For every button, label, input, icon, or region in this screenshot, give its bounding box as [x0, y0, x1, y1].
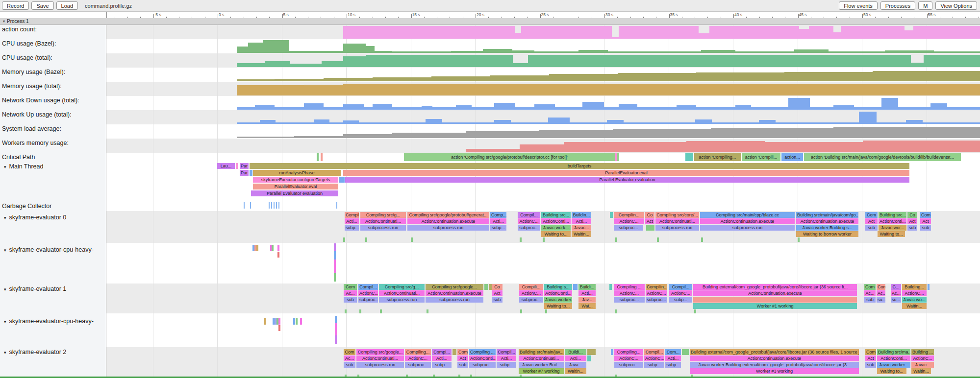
- trace-bar-main-thread[interactable]: runAnalysisPhase: [253, 170, 341, 176]
- trace-bar-skyframe-evaluator-1[interactable]: Com: [864, 284, 876, 290]
- trace-bar[interactable]: [300, 318, 302, 325]
- trace-bar[interactable]: [657, 237, 659, 242]
- trace-bar-skyframe-evaluator-0[interactable]: Act: [645, 218, 654, 224]
- trace-bar-skyframe-evaluator-0[interactable]: sub: [920, 225, 931, 231]
- trace-bar-skyframe-evaluator-2[interactable]: subprocess.run: [356, 362, 404, 368]
- trace-bar-skyframe-evaluator-1[interactable]: C...: [891, 284, 901, 290]
- trace-bar-skyframe-evaluator-1[interactable]: ActionContinuati...: [379, 290, 425, 296]
- trace-bar-main-thread[interactable]: Parallel Evaluator evaluation: [345, 177, 909, 183]
- trace-bar-skyframe-evaluator-1[interactable]: Jav...: [578, 297, 596, 303]
- trace-bar-skyframe-evaluator-0[interactable]: Javac wor...: [879, 225, 906, 231]
- record-button[interactable]: Record: [2, 1, 29, 10]
- trace-bar-skyframe-evaluator-1[interactable]: Compil...: [669, 284, 692, 290]
- trace-bar-skyframe-evaluator-0[interactable]: subprocess.run: [700, 225, 795, 231]
- trace-bar[interactable]: [928, 284, 930, 290]
- trace-bar[interactable]: [701, 237, 703, 242]
- trace-bar-skyframe-evaluator-2[interactable]: Acti...: [432, 355, 452, 361]
- trace-bar-skyframe-evaluator-1[interactable]: ActionC...: [614, 290, 645, 296]
- trace-bar-skyframe-evaluator-2[interactable]: Compiling...: [405, 349, 431, 355]
- trace-bar-skyframe-evaluator-1[interactable]: ActionConti...: [544, 290, 572, 296]
- trace-bar[interactable]: [334, 260, 336, 273]
- trace-bar-skyframe-evaluator-0[interactable]: ActionC...: [518, 218, 540, 224]
- gc-event-tick[interactable]: [274, 202, 275, 209]
- trace-bar-skyframe-evaluator-0[interactable]: Com: [920, 212, 931, 218]
- trace-bar-skyframe-evaluator-1[interactable]: subp...: [669, 297, 692, 303]
- trace-bar-skyframe-evaluator-1[interactable]: ActionC...: [358, 290, 378, 296]
- trace-bar-skyframe-evaluator-2[interactable]: Com: [865, 349, 876, 355]
- trace-bar[interactable]: [343, 237, 345, 242]
- trace-bar-skyframe-evaluator-0[interactable]: Act: [920, 218, 931, 224]
- trace-bar[interactable]: [609, 284, 612, 290]
- trace-bar-skyframe-evaluator-2[interactable]: Ac...: [344, 355, 355, 361]
- trace-bar-main-thread[interactable]: skyframeExecutor.configureTargets: [253, 177, 338, 183]
- trace-bar[interactable]: [693, 297, 857, 303]
- trace-bar-skyframe-evaluator-1[interactable]: Ac...: [344, 290, 357, 296]
- trace-bar-main-thread[interactable]: Parallel Evaluator evaluation: [251, 190, 338, 196]
- trace-bar-skyframe-evaluator-0[interactable]: ActionConti...: [541, 218, 571, 224]
- gc-event-tick[interactable]: [244, 202, 245, 209]
- trace-bar[interactable]: [646, 225, 654, 231]
- trace-bar-skyframe-evaluator-2[interactable]: Compiling ...: [469, 349, 496, 355]
- trace-bar-skyframe-evaluator-0[interactable]: sub: [907, 225, 917, 231]
- trace-bar-skyframe-evaluator-2[interactable]: Javac worker...: [877, 362, 910, 368]
- trace-bar[interactable]: [484, 284, 488, 290]
- trace-bar[interactable]: [317, 153, 319, 161]
- trace-bar-skyframe-evaluator-1[interactable]: Compiling ...: [614, 284, 645, 290]
- sidebar-item-skyframe-evaluator-1[interactable]: ▾skyframe-evaluator 1: [4, 285, 66, 292]
- trace-bar-skyframe-evaluator-1[interactable]: Compilin...: [646, 284, 667, 290]
- trace-bar-skyframe-evaluator-0[interactable]: Acti...: [572, 218, 591, 224]
- gc-event-tick[interactable]: [278, 202, 279, 209]
- trace-bar[interactable]: [545, 309, 547, 313]
- trace-bar[interactable]: [256, 245, 258, 251]
- trace-bar-skyframe-evaluator-0[interactable]: Building src/main/java/com/go...: [796, 212, 858, 218]
- trace-bar-skyframe-evaluator-2[interactable]: subp...: [665, 362, 681, 368]
- trace-bar[interactable]: [278, 325, 280, 331]
- trace-bar-critical-path[interactable]: action 'Compiling src/google/protobuf/de…: [404, 153, 615, 161]
- trace-bar-skyframe-evaluator-0[interactable]: Acti...: [490, 218, 506, 224]
- trace-bar-skyframe-evaluator-1[interactable]: subproc...: [646, 297, 667, 303]
- trace-bar[interactable]: [321, 153, 323, 161]
- trace-bar[interactable]: [427, 309, 428, 313]
- trace-bar-skyframe-evaluator-1[interactable]: ActionC...: [902, 290, 927, 296]
- trace-bar-skyframe-evaluator-1[interactable]: ActionC...: [669, 290, 692, 296]
- flow-events-button[interactable]: Flow events: [839, 1, 878, 10]
- trace-bar-skyframe-evaluator-1[interactable]: Acti...: [578, 290, 596, 296]
- gc-event-tick[interactable]: [271, 202, 272, 209]
- trace-bar-skyframe-evaluator-2[interactable]: Com...: [665, 349, 681, 355]
- sidebar-item-skyframe-evaluator-2[interactable]: ▾skyframe-evaluator 2: [4, 349, 66, 355]
- trace-bar-skyframe-evaluator-1[interactable]: Buildi...: [578, 284, 596, 290]
- load-button[interactable]: Load: [56, 1, 78, 10]
- trace-bar-skyframe-evaluator-0[interactable]: subp...: [490, 225, 506, 231]
- trace-bar-skyframe-evaluator-1[interactable]: Javac worker...: [544, 297, 572, 303]
- trace-bar[interactable]: [685, 153, 693, 161]
- gc-event-tick[interactable]: [269, 202, 270, 209]
- trace-bar[interactable]: [250, 170, 252, 176]
- trace-bar-skyframe-evaluator-2[interactable]: Compiling...: [614, 349, 643, 355]
- trace-bar-skyframe-evaluator-0[interactable]: ActionContinuation.execute: [700, 218, 795, 224]
- trace-bar-skyframe-evaluator-0[interactable]: subp...: [345, 225, 359, 231]
- trace-bar-skyframe-evaluator-2[interactable]: Acti...: [565, 355, 586, 361]
- trace-bar-skyframe-evaluator-1[interactable]: Wai...: [578, 303, 596, 309]
- trace-bar-skyframe-evaluator-0[interactable]: subprocess.run: [407, 225, 489, 231]
- trace-bar-skyframe-evaluator-1[interactable]: sub: [344, 297, 357, 303]
- trace-bar-skyframe-evaluator-2[interactable]: Acti...: [665, 355, 681, 361]
- trace-bar-skyframe-evaluator-1[interactable]: Act: [492, 290, 503, 296]
- trace-bar[interactable]: [272, 245, 274, 251]
- save-button[interactable]: Save: [31, 1, 53, 10]
- trace-bar[interactable]: [380, 309, 382, 313]
- trace-bar-skyframe-evaluator-1[interactable]: su...: [891, 297, 901, 303]
- trace-bar-skyframe-evaluator-2[interactable]: ActionConti...: [877, 355, 910, 361]
- trace-bar-skyframe-evaluator-2[interactable]: ActionC...: [405, 355, 431, 361]
- trace-bar[interactable]: [694, 309, 696, 313]
- trace-bar-skyframe-evaluator-0[interactable]: Building src...: [541, 212, 571, 218]
- m-button[interactable]: M: [918, 1, 932, 10]
- trace-bar-skyframe-evaluator-0[interactable]: Co: [645, 212, 654, 218]
- trace-bar-skyframe-evaluator-0[interactable]: ActionC...: [614, 218, 644, 224]
- trace-bar-skyframe-evaluator-0[interactable]: subproc...: [518, 225, 540, 231]
- sidebar-item-skyframe-evaluator-0[interactable]: ▾skyframe-evaluator 0: [4, 214, 66, 221]
- gc-event-tick[interactable]: [250, 202, 251, 209]
- trace-bar-skyframe-evaluator-1[interactable]: Building...: [902, 284, 927, 290]
- trace-bar[interactable]: [264, 318, 266, 325]
- trace-bar-skyframe-evaluator-2[interactable]: ActionContinuati...: [356, 355, 404, 361]
- trace-bar-skyframe-evaluator-2[interactable]: ActionC...: [644, 355, 664, 361]
